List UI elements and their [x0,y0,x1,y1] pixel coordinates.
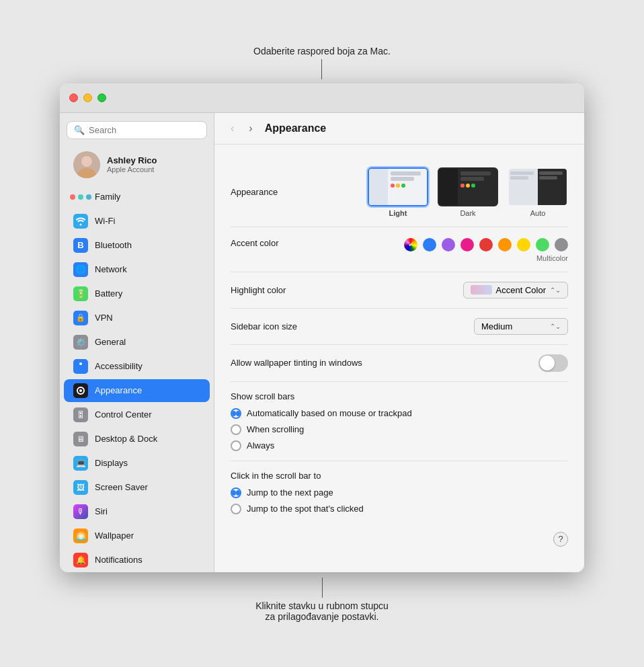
sidebar-item-bluetooth[interactable]: B Bluetooth [64,234,210,257]
accessibility-label: Accessibility [95,361,143,371]
tooltip-bottom: Kliknite stavku u rubnom stupcu za prila… [255,578,389,622]
accent-yellow[interactable] [517,238,530,251]
accent-color-row: Accent color [231,227,568,272]
wallpaper-icon: 🌅 [73,528,88,543]
svg-point-4 [78,194,83,200]
highlight-color-label: Highlight color [231,285,325,295]
sidebar: 🔍 Ashley Rico Apple Account [60,113,214,572]
control-center-label: Control Center [95,409,152,420]
appearance-thumb-auto[interactable] [508,167,568,206]
sidebar-item-battery[interactable]: 🔋 Battery [64,282,210,305]
svg-point-8 [79,389,82,392]
sidebar-icon-size-row: Sidebar icon size Medium ⌃⌄ [231,309,568,345]
click-next-page-radio[interactable] [231,487,241,498]
accent-sublabel: Multicolor [536,254,568,262]
window-content: 🔍 Ashley Rico Apple Account [60,113,584,572]
scroll-scrolling-radio[interactable] [231,424,241,435]
traffic-lights [69,93,106,102]
panel-content: Appearance [214,145,584,563]
sidebar-item-siri[interactable]: 🎙 Siri [64,500,210,523]
sidebar-size-arrows-icon: ⌃⌄ [550,323,561,330]
accent-blue[interactable] [423,238,436,251]
sidebar-icon-size-label: Sidebar icon size [231,321,325,331]
click-spot-radio[interactable] [231,504,241,514]
scroll-radio-group: Automatically based on mouse or trackpad… [231,408,568,451]
wifi-icon [73,214,88,229]
sidebar-item-wifi[interactable]: Wi-Fi [64,210,210,233]
panel-title: Appearance [265,122,327,134]
sidebar-item-network[interactable]: 🌐 Network [64,258,210,281]
highlight-color-value: Accent Color [496,285,546,295]
accent-orange[interactable] [498,238,512,251]
screen-saver-label: Screen Saver [95,482,148,492]
sidebar-item-screen-saver[interactable]: 🖼 Screen Saver [64,476,210,499]
sidebar-icon-size-dropdown[interactable]: Medium ⌃⌄ [474,318,568,335]
click-next-page-option[interactable]: Jump to the next page [231,487,568,498]
highlight-color-dropdown[interactable]: Accent Color ⌃⌄ [463,282,568,299]
auto-label: Auto [530,209,546,217]
wallpaper-tinting-toggle[interactable] [538,354,568,372]
sidebar-item-displays[interactable]: 💻 Displays [64,452,210,475]
appearance-icon [73,383,88,398]
sidebar-item-desktop-dock[interactable]: 🖥 Desktop & Dock [64,428,210,450]
svg-point-3 [70,194,75,200]
accent-row [404,238,568,251]
click-scroll-radio-group: Jump to the next page Jump to the spot t… [231,487,568,514]
avatar [73,151,100,178]
forward-button[interactable]: › [246,121,255,136]
accent-graphite[interactable] [555,238,568,251]
wallpaper-tinting-label: Allow wallpaper tinting in windows [231,358,362,368]
accent-multicolor[interactable] [404,238,417,251]
close-button[interactable] [69,93,78,102]
sidebar-item-notifications[interactable]: 🔔 Notifications [64,549,210,572]
sidebar-item-appearance[interactable]: Appearance [64,379,210,402]
accent-pink[interactable] [460,238,474,251]
sidebar-icon-size-value: Medium [481,321,512,331]
scroll-scrolling-label: When scrolling [247,424,304,434]
highlight-preview [471,285,492,295]
accent-red[interactable] [479,238,493,251]
scroll-always-option[interactable]: Always [231,440,568,451]
sidebar-item-control-center[interactable]: 🎛 Control Center [64,403,210,426]
maximize-button[interactable] [97,93,106,102]
desktop-dock-icon: 🖥 [73,432,88,446]
network-label: Network [95,264,127,274]
sidebar-item-accessibility[interactable]: Accessibility [64,355,210,378]
accent-purple[interactable] [442,238,455,251]
user-name: Ashley Rico [107,155,157,165]
appearance-label: Appearance [95,385,142,395]
scroll-auto-label: Automatically based on mouse or trackpad [247,408,412,418]
sidebar-item-wallpaper[interactable]: 🌅 Wallpaper [64,524,210,547]
desktop-dock-label: Desktop & Dock [95,434,157,444]
dropdown-arrows-icon: ⌃⌄ [550,286,561,294]
battery-icon: 🔋 [73,286,88,301]
appearance-thumb-light[interactable] [368,167,428,206]
show-scroll-bars-section: Show scroll bars Automatically based on … [231,382,568,461]
accent-green[interactable] [536,238,549,251]
sidebar-item-vpn[interactable]: 🔒 VPN [64,307,210,329]
outer-container: Odaberite raspored boja za Mac. 🔍 [60,46,584,622]
appearance-option-dark[interactable]: Dark [438,167,498,217]
scroll-auto-option[interactable]: Automatically based on mouse or trackpad [231,408,568,419]
sidebar-item-general[interactable]: ⚙️ General [64,331,210,354]
appearance-option-auto[interactable]: Auto [508,167,568,217]
appearance-option-light[interactable]: Light [368,167,428,217]
screen-saver-icon: 🖼 [73,480,88,495]
wifi-label: Wi-Fi [95,216,115,226]
wallpaper-tinting-row: Allow wallpaper tinting in windows [231,345,568,382]
user-account-item[interactable]: Ashley Rico Apple Account [64,146,210,184]
click-spot-label: Jump to the spot that's clicked [247,504,364,514]
click-spot-option[interactable]: Jump to the spot that's clicked [231,504,568,514]
user-info: Ashley Rico Apple Account [107,155,157,173]
bluetooth-label: Bluetooth [95,240,132,250]
minimize-button[interactable] [83,93,92,102]
back-button[interactable]: ‹ [228,121,237,136]
search-bar[interactable]: 🔍 [67,121,207,139]
scroll-scrolling-option[interactable]: When scrolling [231,424,568,435]
help-button[interactable]: ? [553,532,568,547]
sidebar-item-family[interactable]: Family [64,186,210,208]
appearance-thumb-dark[interactable] [438,167,498,206]
scroll-always-radio[interactable] [231,440,241,451]
search-input[interactable] [89,125,200,135]
scroll-auto-radio[interactable] [231,408,241,419]
